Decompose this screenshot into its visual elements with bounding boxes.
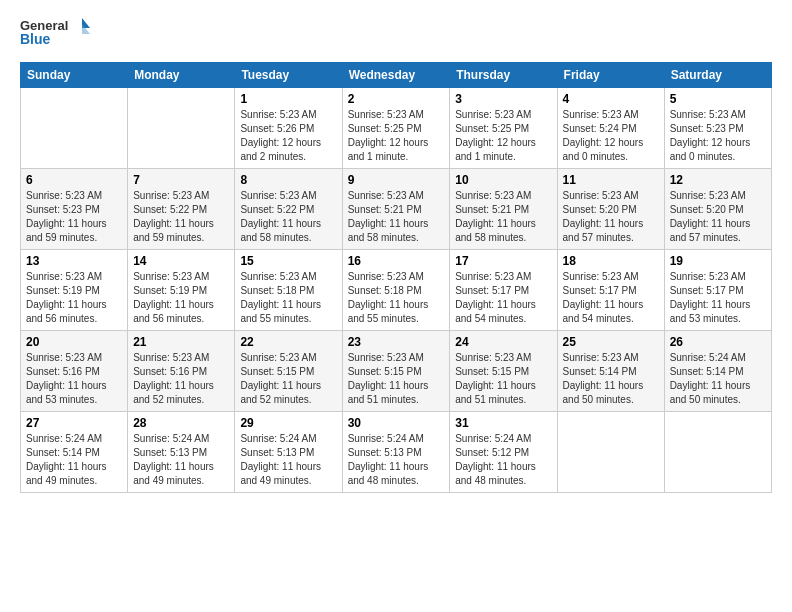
calendar-cell: 26Sunrise: 5:24 AMSunset: 5:14 PMDayligh… bbox=[664, 331, 771, 412]
day-info: Sunrise: 5:23 AMSunset: 5:18 PMDaylight:… bbox=[240, 270, 336, 326]
logo: General Blue bbox=[20, 16, 90, 52]
day-number: 4 bbox=[563, 92, 659, 106]
day-number: 18 bbox=[563, 254, 659, 268]
calendar-cell: 9Sunrise: 5:23 AMSunset: 5:21 PMDaylight… bbox=[342, 169, 450, 250]
calendar-week-2: 6Sunrise: 5:23 AMSunset: 5:23 PMDaylight… bbox=[21, 169, 772, 250]
svg-text:Blue: Blue bbox=[20, 31, 51, 47]
day-number: 24 bbox=[455, 335, 551, 349]
day-number: 21 bbox=[133, 335, 229, 349]
calendar-cell: 25Sunrise: 5:23 AMSunset: 5:14 PMDayligh… bbox=[557, 331, 664, 412]
day-info: Sunrise: 5:24 AMSunset: 5:14 PMDaylight:… bbox=[670, 351, 766, 407]
calendar-cell: 8Sunrise: 5:23 AMSunset: 5:22 PMDaylight… bbox=[235, 169, 342, 250]
calendar-cell: 17Sunrise: 5:23 AMSunset: 5:17 PMDayligh… bbox=[450, 250, 557, 331]
header-day-tuesday: Tuesday bbox=[235, 63, 342, 88]
day-number: 16 bbox=[348, 254, 445, 268]
calendar-cell: 5Sunrise: 5:23 AMSunset: 5:23 PMDaylight… bbox=[664, 88, 771, 169]
calendar-week-5: 27Sunrise: 5:24 AMSunset: 5:14 PMDayligh… bbox=[21, 412, 772, 493]
header: General Blue bbox=[20, 16, 772, 52]
day-number: 13 bbox=[26, 254, 122, 268]
day-info: Sunrise: 5:23 AMSunset: 5:22 PMDaylight:… bbox=[240, 189, 336, 245]
calendar-cell: 18Sunrise: 5:23 AMSunset: 5:17 PMDayligh… bbox=[557, 250, 664, 331]
day-info: Sunrise: 5:23 AMSunset: 5:21 PMDaylight:… bbox=[348, 189, 445, 245]
day-number: 5 bbox=[670, 92, 766, 106]
day-number: 22 bbox=[240, 335, 336, 349]
day-number: 12 bbox=[670, 173, 766, 187]
calendar-cell: 19Sunrise: 5:23 AMSunset: 5:17 PMDayligh… bbox=[664, 250, 771, 331]
day-info: Sunrise: 5:23 AMSunset: 5:19 PMDaylight:… bbox=[133, 270, 229, 326]
calendar-cell: 28Sunrise: 5:24 AMSunset: 5:13 PMDayligh… bbox=[128, 412, 235, 493]
day-info: Sunrise: 5:23 AMSunset: 5:14 PMDaylight:… bbox=[563, 351, 659, 407]
day-info: Sunrise: 5:23 AMSunset: 5:25 PMDaylight:… bbox=[348, 108, 445, 164]
day-info: Sunrise: 5:24 AMSunset: 5:13 PMDaylight:… bbox=[240, 432, 336, 488]
calendar-cell: 12Sunrise: 5:23 AMSunset: 5:20 PMDayligh… bbox=[664, 169, 771, 250]
calendar-week-4: 20Sunrise: 5:23 AMSunset: 5:16 PMDayligh… bbox=[21, 331, 772, 412]
day-number: 6 bbox=[26, 173, 122, 187]
calendar-cell: 16Sunrise: 5:23 AMSunset: 5:18 PMDayligh… bbox=[342, 250, 450, 331]
day-info: Sunrise: 5:24 AMSunset: 5:12 PMDaylight:… bbox=[455, 432, 551, 488]
day-info: Sunrise: 5:23 AMSunset: 5:26 PMDaylight:… bbox=[240, 108, 336, 164]
day-number: 31 bbox=[455, 416, 551, 430]
day-number: 14 bbox=[133, 254, 229, 268]
day-info: Sunrise: 5:24 AMSunset: 5:14 PMDaylight:… bbox=[26, 432, 122, 488]
calendar-cell: 11Sunrise: 5:23 AMSunset: 5:20 PMDayligh… bbox=[557, 169, 664, 250]
day-info: Sunrise: 5:23 AMSunset: 5:20 PMDaylight:… bbox=[670, 189, 766, 245]
day-number: 23 bbox=[348, 335, 445, 349]
day-number: 29 bbox=[240, 416, 336, 430]
calendar-cell: 15Sunrise: 5:23 AMSunset: 5:18 PMDayligh… bbox=[235, 250, 342, 331]
day-number: 9 bbox=[348, 173, 445, 187]
day-info: Sunrise: 5:23 AMSunset: 5:17 PMDaylight:… bbox=[563, 270, 659, 326]
day-info: Sunrise: 5:23 AMSunset: 5:16 PMDaylight:… bbox=[26, 351, 122, 407]
day-number: 28 bbox=[133, 416, 229, 430]
day-info: Sunrise: 5:24 AMSunset: 5:13 PMDaylight:… bbox=[348, 432, 445, 488]
header-day-friday: Friday bbox=[557, 63, 664, 88]
day-number: 25 bbox=[563, 335, 659, 349]
calendar-cell: 13Sunrise: 5:23 AMSunset: 5:19 PMDayligh… bbox=[21, 250, 128, 331]
day-info: Sunrise: 5:23 AMSunset: 5:25 PMDaylight:… bbox=[455, 108, 551, 164]
day-number: 19 bbox=[670, 254, 766, 268]
day-number: 17 bbox=[455, 254, 551, 268]
day-number: 15 bbox=[240, 254, 336, 268]
calendar-cell: 27Sunrise: 5:24 AMSunset: 5:14 PMDayligh… bbox=[21, 412, 128, 493]
calendar-week-3: 13Sunrise: 5:23 AMSunset: 5:19 PMDayligh… bbox=[21, 250, 772, 331]
calendar-cell: 4Sunrise: 5:23 AMSunset: 5:24 PMDaylight… bbox=[557, 88, 664, 169]
calendar-cell: 6Sunrise: 5:23 AMSunset: 5:23 PMDaylight… bbox=[21, 169, 128, 250]
header-day-saturday: Saturday bbox=[664, 63, 771, 88]
day-number: 26 bbox=[670, 335, 766, 349]
day-info: Sunrise: 5:23 AMSunset: 5:19 PMDaylight:… bbox=[26, 270, 122, 326]
day-info: Sunrise: 5:23 AMSunset: 5:16 PMDaylight:… bbox=[133, 351, 229, 407]
calendar-cell: 2Sunrise: 5:23 AMSunset: 5:25 PMDaylight… bbox=[342, 88, 450, 169]
calendar-cell: 24Sunrise: 5:23 AMSunset: 5:15 PMDayligh… bbox=[450, 331, 557, 412]
day-number: 7 bbox=[133, 173, 229, 187]
day-info: Sunrise: 5:23 AMSunset: 5:23 PMDaylight:… bbox=[26, 189, 122, 245]
day-info: Sunrise: 5:23 AMSunset: 5:18 PMDaylight:… bbox=[348, 270, 445, 326]
calendar-week-1: 1Sunrise: 5:23 AMSunset: 5:26 PMDaylight… bbox=[21, 88, 772, 169]
header-day-thursday: Thursday bbox=[450, 63, 557, 88]
calendar-cell bbox=[128, 88, 235, 169]
day-number: 11 bbox=[563, 173, 659, 187]
day-number: 3 bbox=[455, 92, 551, 106]
calendar-cell: 1Sunrise: 5:23 AMSunset: 5:26 PMDaylight… bbox=[235, 88, 342, 169]
page: General Blue SundayMondayTuesdayWednesda… bbox=[0, 0, 792, 612]
day-info: Sunrise: 5:23 AMSunset: 5:21 PMDaylight:… bbox=[455, 189, 551, 245]
calendar-cell: 22Sunrise: 5:23 AMSunset: 5:15 PMDayligh… bbox=[235, 331, 342, 412]
day-number: 8 bbox=[240, 173, 336, 187]
header-day-wednesday: Wednesday bbox=[342, 63, 450, 88]
calendar-cell: 21Sunrise: 5:23 AMSunset: 5:16 PMDayligh… bbox=[128, 331, 235, 412]
logo-svg: General Blue bbox=[20, 16, 90, 52]
day-info: Sunrise: 5:23 AMSunset: 5:23 PMDaylight:… bbox=[670, 108, 766, 164]
day-number: 30 bbox=[348, 416, 445, 430]
day-number: 2 bbox=[348, 92, 445, 106]
day-info: Sunrise: 5:23 AMSunset: 5:15 PMDaylight:… bbox=[240, 351, 336, 407]
day-info: Sunrise: 5:23 AMSunset: 5:17 PMDaylight:… bbox=[670, 270, 766, 326]
calendar-cell: 20Sunrise: 5:23 AMSunset: 5:16 PMDayligh… bbox=[21, 331, 128, 412]
calendar-cell: 10Sunrise: 5:23 AMSunset: 5:21 PMDayligh… bbox=[450, 169, 557, 250]
calendar-cell: 30Sunrise: 5:24 AMSunset: 5:13 PMDayligh… bbox=[342, 412, 450, 493]
day-info: Sunrise: 5:23 AMSunset: 5:24 PMDaylight:… bbox=[563, 108, 659, 164]
day-info: Sunrise: 5:23 AMSunset: 5:22 PMDaylight:… bbox=[133, 189, 229, 245]
day-info: Sunrise: 5:23 AMSunset: 5:15 PMDaylight:… bbox=[455, 351, 551, 407]
day-info: Sunrise: 5:24 AMSunset: 5:13 PMDaylight:… bbox=[133, 432, 229, 488]
calendar-cell: 14Sunrise: 5:23 AMSunset: 5:19 PMDayligh… bbox=[128, 250, 235, 331]
calendar-cell bbox=[21, 88, 128, 169]
calendar-cell bbox=[664, 412, 771, 493]
day-info: Sunrise: 5:23 AMSunset: 5:15 PMDaylight:… bbox=[348, 351, 445, 407]
